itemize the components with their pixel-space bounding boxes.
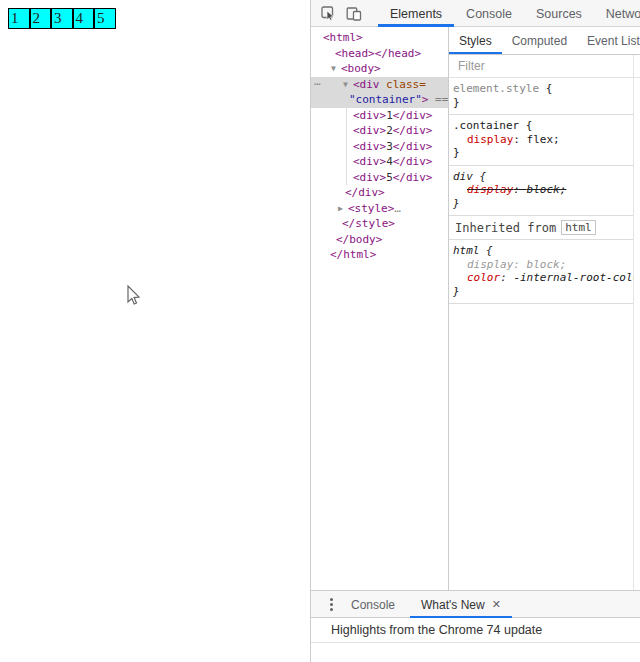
dom-tree: <html><head></head>▼<body>…▼<div class="…	[311, 27, 448, 590]
code-token: html	[453, 244, 480, 257]
code-token: display	[467, 258, 513, 271]
tree-node[interactable]: <head></head>	[311, 46, 448, 62]
tree-node-wrap-line[interactable]: "container"> == $0	[343, 92, 448, 108]
whats-new-headline: Highlights from the Chrome 74 update	[311, 618, 640, 643]
css-rule-line: html {	[453, 244, 633, 258]
drawer-tab-console[interactable]: Console	[338, 591, 408, 618]
code-token: flex;	[527, 133, 560, 146]
mouse-cursor-icon	[127, 285, 143, 307]
css-rule-line: }	[453, 197, 633, 211]
code-token: block;	[527, 258, 567, 271]
sidebar-tab-event-listeners[interactable]: Event Listeners	[577, 27, 640, 54]
code-token: color	[467, 271, 500, 284]
drawer-tab-bar: ConsoleWhat's New✕	[311, 591, 640, 618]
tree-node[interactable]: <div>2</div>	[311, 123, 448, 139]
css-rule-line: div {	[453, 170, 633, 184]
code-token: {	[473, 170, 486, 183]
devtools-tab-elements[interactable]: Elements	[378, 0, 454, 27]
css-rule: div {display: block;}	[449, 166, 633, 217]
node-menu-icon[interactable]: …	[314, 74, 321, 90]
code-token: 2	[386, 124, 393, 137]
css-rule-line: }	[453, 146, 633, 160]
flex-container-preview: 12345	[8, 8, 116, 29]
code-token: == $0	[428, 93, 448, 106]
flex-item-box: 3	[51, 8, 73, 29]
code-token: </html>	[330, 248, 376, 261]
tree-node[interactable]: </div>	[311, 185, 448, 201]
css-rule-line: element.style {	[453, 82, 633, 96]
code-token: }	[453, 197, 460, 210]
kebab-menu-icon[interactable]	[324, 597, 338, 611]
code-token: :	[513, 183, 526, 196]
code-token: <div>	[353, 155, 386, 168]
css-property-line[interactable]: color: -internal-root-color	[453, 271, 633, 285]
code-token: </div>	[393, 109, 433, 122]
css-property-line[interactable]: display: block;	[453, 183, 633, 197]
code-token: <div>	[353, 171, 386, 184]
sidebar-tab-computed[interactable]: Computed	[502, 27, 577, 54]
drawer-tab-label: Console	[351, 598, 395, 612]
devtools-tab-console[interactable]: Console	[454, 0, 524, 27]
tree-node[interactable]: <div>5</div>	[311, 170, 448, 186]
tree-node[interactable]: </html>	[311, 247, 448, 263]
tree-node[interactable]: <html>	[311, 30, 448, 46]
inspect-icon[interactable]	[321, 5, 336, 21]
code-token: <style>	[348, 202, 394, 215]
drawer-tabs: ConsoleWhat's New✕	[338, 591, 514, 617]
flex-item-box: 5	[94, 8, 116, 29]
code-token: 3	[386, 140, 393, 153]
code-token: div	[453, 170, 473, 183]
tree-node[interactable]: ▶<style>…	[311, 201, 448, 217]
devtools-tab-sources[interactable]: Sources	[524, 0, 594, 27]
code-token: element.style	[453, 82, 539, 95]
close-icon[interactable]: ✕	[492, 598, 501, 611]
css-rule-line: }	[453, 96, 633, 110]
code-token: <head></head>	[335, 47, 421, 60]
code-token: :	[513, 133, 526, 146]
styles-scrollbar-gutter[interactable]	[633, 55, 634, 590]
devtools-panel: ElementsConsoleSourcesNetwork <html><hea…	[310, 0, 640, 662]
tree-node-selected[interactable]: …▼<div class="container"> == $0	[311, 77, 448, 108]
code-token: :	[500, 271, 513, 284]
code-token: </div>	[345, 186, 385, 199]
css-property-line[interactable]: display: flex;	[453, 133, 633, 147]
code-token: 4	[386, 155, 393, 168]
expand-arrow-icon[interactable]: ▶	[338, 201, 348, 217]
tree-node[interactable]: <div>4</div>	[311, 154, 448, 170]
css-property-line[interactable]: display: block;	[453, 258, 633, 272]
tree-node[interactable]: ▼<body>	[311, 61, 448, 77]
code-token: </body>	[336, 233, 382, 246]
tree-node[interactable]: <div>1</div>	[311, 108, 448, 124]
drawer-tab-what-s-new[interactable]: What's New✕	[408, 591, 514, 618]
code-token: display	[467, 183, 513, 196]
code-token: display	[467, 133, 513, 146]
inherited-from-label: Inherited from	[455, 221, 556, 235]
sidebar-tab-styles[interactable]: Styles	[449, 27, 502, 54]
styles-filter-row	[449, 55, 640, 78]
tree-node[interactable]: <div>3</div>	[311, 139, 448, 155]
code-token: </style>	[342, 217, 395, 230]
collapse-arrow-icon[interactable]: ▼	[331, 61, 341, 77]
devtools-toolbar: ElementsConsoleSourcesNetwork	[311, 0, 640, 27]
inherited-node-link[interactable]: html	[561, 220, 596, 235]
device-toolbar-icon[interactable]	[346, 5, 362, 21]
styles-filter-input[interactable]	[449, 59, 640, 73]
code-token: .container	[453, 119, 519, 132]
css-rule: html {display: block;color: -internal-ro…	[449, 240, 633, 304]
flex-item-box: 1	[8, 8, 30, 29]
code-token: }	[453, 96, 460, 109]
code-token: {	[519, 119, 532, 132]
code-token: <html>	[323, 31, 363, 44]
drawer: ConsoleWhat's New✕ Highlights from the C…	[311, 590, 640, 662]
collapse-arrow-icon[interactable]: ▼	[343, 77, 353, 93]
code-token: class=	[380, 78, 426, 91]
code-token: </div>	[393, 155, 433, 168]
devtools-tab-network[interactable]: Network	[594, 0, 640, 27]
tree-node[interactable]: </body>	[311, 232, 448, 248]
code-token: <div>	[353, 109, 386, 122]
css-rule: element.style {}	[449, 78, 633, 115]
tree-node[interactable]: </style>	[311, 216, 448, 232]
code-token: {	[539, 82, 552, 95]
code-token: block;	[527, 183, 567, 196]
code-token: <div	[353, 78, 380, 91]
